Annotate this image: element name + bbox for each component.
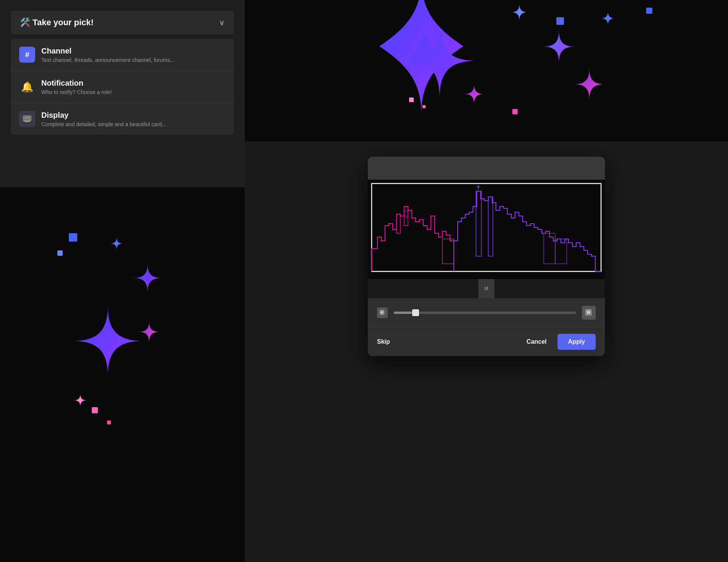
zoom-out-icon <box>377 307 388 318</box>
svg-rect-18 <box>405 215 407 218</box>
bottom-left-sparkles-area <box>0 187 245 562</box>
notification-subtitle: Who to notify? Choose a role! <box>41 89 112 95</box>
svg-rect-5 <box>646 8 652 14</box>
top-sparkles-svg <box>245 0 728 141</box>
svg-rect-13 <box>107 421 111 424</box>
cancel-button[interactable]: Cancel <box>520 335 552 349</box>
zoom-in-icon <box>582 306 596 320</box>
items-list: # Channel Text channel, threads, announc… <box>11 39 234 135</box>
zoom-indicator: M <box>484 286 488 291</box>
svg-rect-17 <box>405 210 407 213</box>
display-text: Display Complete and detailed, simple an… <box>41 111 166 127</box>
svg-rect-7 <box>422 105 426 108</box>
svg-rect-6 <box>409 97 414 102</box>
display-subtitle: Complete and detailed, simple and a beau… <box>41 121 166 127</box>
bottom-right-modal-area: M <box>245 141 728 562</box>
skip-button[interactable]: Skip <box>377 335 390 349</box>
svg-rect-4 <box>24 121 30 122</box>
apply-button[interactable]: Apply <box>557 334 596 350</box>
button-group: Cancel Apply <box>520 334 596 350</box>
crop-modal: M <box>368 157 605 356</box>
take-your-pick-header[interactable]: 🛠️ Take your pick! ∨ <box>11 11 234 34</box>
display-title: Display <box>41 111 166 120</box>
svg-rect-16 <box>396 214 400 233</box>
notification-list-item[interactable]: 🔔 Notification Who to notify? Choose a r… <box>11 71 234 103</box>
channel-list-item[interactable]: # Channel Text channel, threads, announc… <box>11 39 234 71</box>
svg-rect-10 <box>69 233 77 242</box>
svg-rect-9 <box>512 109 518 114</box>
slider-thumb[interactable] <box>412 309 419 316</box>
modal-footer: Skip Cancel Apply <box>368 327 605 356</box>
svg-rect-21 <box>442 239 454 264</box>
modal-image-area: M <box>368 180 605 298</box>
svg-rect-27 <box>381 311 383 313</box>
notification-icon: 🔔 <box>19 79 35 95</box>
svg-rect-11 <box>57 250 63 256</box>
notification-text: Notification Who to notify? Choose a rol… <box>41 79 112 95</box>
top-left-panel: 🛠️ Take your pick! ∨ # Channel Text chan… <box>0 0 245 187</box>
city-skyline-image <box>368 180 605 279</box>
channel-text: Channel Text channel, threads, announcem… <box>41 47 175 63</box>
modal-overlay: M <box>245 141 728 562</box>
channel-subtitle: Text channel, threads, announcement chan… <box>41 57 175 63</box>
svg-rect-29 <box>587 311 590 314</box>
channel-title: Channel <box>41 47 175 55</box>
chevron-down-icon: ∨ <box>219 18 225 27</box>
bottom-sparkles-svg <box>0 187 245 562</box>
svg-rect-12 <box>92 407 98 413</box>
channel-icon: # <box>19 47 35 63</box>
svg-rect-8 <box>556 17 564 25</box>
top-right-sparkles-area <box>245 0 728 141</box>
zoom-slider[interactable] <box>394 312 576 314</box>
notification-title: Notification <box>41 79 112 88</box>
modal-header <box>368 157 605 180</box>
modal-slider-area <box>368 298 605 327</box>
take-your-pick-title: 🛠️ Take your pick! <box>20 18 94 28</box>
display-list-item[interactable]: Display Complete and detailed, simple an… <box>11 103 234 135</box>
modal-bottom-bar: M <box>478 279 494 298</box>
display-icon <box>19 111 35 127</box>
svg-rect-20 <box>488 197 493 256</box>
svg-rect-1 <box>24 117 30 120</box>
